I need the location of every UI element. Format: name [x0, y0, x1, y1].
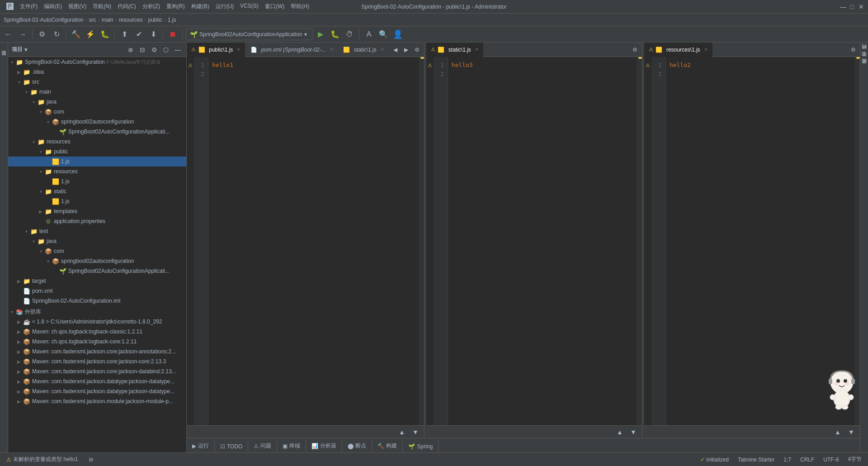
close-button[interactable]: ✕ — [858, 4, 864, 10]
user-button[interactable]: 👤 — [392, 28, 404, 41]
tab-close-button[interactable]: ✕ — [380, 47, 384, 52]
build-button[interactable]: 🔨 — [70, 28, 82, 41]
tree-item-springpkg[interactable]: ▾ 📦 springboot02autoconfiguration — [8, 117, 186, 127]
pane3-code-area[interactable]: ⚠ 1 2 hello2 — [644, 57, 860, 425]
tree-item-res1js[interactable]: ▶ 🟨 1.js — [8, 176, 186, 186]
scroll-up-button[interactable]: ▲ — [833, 427, 843, 437]
menu-edit[interactable]: 编辑(E) — [41, 2, 65, 12]
build2-button[interactable]: ⚡ — [84, 28, 97, 41]
pane3-tab-res1js[interactable]: ⚠ 🟨 resources\1.js ✕ — [644, 43, 712, 57]
tree-item-testclass[interactable]: ▶ 🌱 SpringBoot02AutoConfigurationApplica… — [8, 266, 186, 276]
pane1-scrollbar[interactable] — [419, 57, 424, 425]
status-extra-info[interactable]: 4字节 — [845, 455, 864, 464]
pane-scroll-right[interactable]: ▶ — [401, 45, 411, 55]
tab-close-button[interactable]: ✕ — [704, 47, 708, 52]
status-encoding[interactable]: UTF-8 — [821, 456, 841, 464]
tree-item-iml[interactable]: ▶ 📄 SpringBoot-02-AutoConfiguration.iml — [8, 296, 186, 306]
menu-analyze[interactable]: 分析(Z) — [140, 2, 163, 12]
tree-item-logback1[interactable]: ▶ 📦 Maven: ch.qos.logback:logback-classi… — [8, 327, 186, 337]
tree-item-jackson5[interactable]: ▶ 📦 Maven: com.fasterxml.jackson.datatyp… — [8, 386, 186, 396]
tree-item-test[interactable]: ▾ 📁 test — [8, 226, 186, 236]
pane1-tab-static1js[interactable]: 🟨 static\1.js ✕ — [338, 43, 389, 57]
scroll-down-button[interactable]: ▼ — [628, 427, 638, 437]
pane-settings-icon[interactable]: ⚙ — [412, 45, 422, 55]
tree-item-logback2[interactable]: ▶ 📦 Maven: ch.qos.logback:logback-core:1… — [8, 337, 186, 347]
pane1-tab-pomxml[interactable]: 📄 pom.xml (SpringBoot-02-... ✕ — [245, 43, 338, 57]
panel-minimize-button[interactable]: — — [173, 45, 183, 55]
tree-item-target[interactable]: ▶ 📁 target — [8, 276, 186, 286]
menu-view[interactable]: 视图(V) — [66, 2, 89, 12]
panel-expand-button[interactable]: ⬡ — [161, 45, 171, 55]
menu-run[interactable]: 运行(U) — [213, 2, 237, 12]
pane3-settings-icon[interactable]: ⚙ — [848, 45, 858, 55]
right-tab-favorites[interactable]: 收藏 — [860, 64, 868, 71]
tree-item-appprops[interactable]: ▶ ⚙ application.properties — [8, 216, 186, 226]
scroll-down-button[interactable]: ▼ — [846, 427, 856, 437]
tree-item-pomxml[interactable]: ▶ 📄 pom.xml — [8, 286, 186, 296]
bottom-tab-profiler[interactable]: 📊 分析器 — [306, 439, 342, 452]
pane2-settings-icon[interactable]: ⚙ — [630, 45, 640, 55]
bottom-tab-spring[interactable]: 🌱 Spring — [403, 441, 439, 452]
menu-code[interactable]: 代码(C) — [115, 2, 139, 12]
debug-run-button[interactable]: 🐛 — [329, 28, 341, 41]
pane1-code-area[interactable]: ⚠ 1 2 hello1 — [187, 57, 424, 425]
pane2-code-area[interactable]: ⚠ 1 2 hello3 — [426, 57, 642, 425]
forward-button[interactable]: → — [16, 28, 29, 41]
vcs-update-button[interactable]: ⬆ — [118, 28, 131, 41]
tree-item-idea[interactable]: ▶ 📁 .idea — [8, 67, 186, 77]
menu-help[interactable]: 帮助(H) — [288, 2, 312, 12]
pane3-code-content[interactable]: hello2 — [666, 57, 854, 425]
minimize-button[interactable]: — — [840, 4, 846, 10]
tree-item-static1js[interactable]: ▶ 🟨 1.js — [8, 196, 186, 206]
panel-settings-button[interactable]: ⚙ — [149, 45, 159, 55]
bottom-tab-build[interactable]: 🔨 构建 — [372, 439, 403, 452]
tree-item-jdk[interactable]: ▶ ☕ < 1.8 > C:\Users\Administrator\jdks\… — [8, 317, 186, 327]
tree-item-testspring[interactable]: ▾ 📦 springboot02autoconfiguration — [8, 256, 186, 266]
pane-scroll-left[interactable]: ◀ — [391, 45, 401, 55]
menu-vcs[interactable]: VCS(S) — [237, 2, 261, 12]
tree-item-jackson4[interactable]: ▶ 📦 Maven: com.fasterxml.jackson.datatyp… — [8, 376, 186, 386]
status-line-ending[interactable]: CRLF — [797, 456, 817, 464]
collapse-all-button[interactable]: ⊟ — [137, 45, 147, 55]
tab-close-button[interactable]: ✕ — [330, 47, 334, 52]
search-button[interactable]: 🔍 — [377, 28, 390, 41]
tree-item-testjava[interactable]: ▾ 📁 java — [8, 236, 186, 246]
tree-item-src[interactable]: ▾ 📁 src — [8, 77, 186, 87]
locate-button[interactable]: ⊕ — [126, 45, 136, 55]
pane3-scrollbar[interactable] — [854, 57, 860, 425]
run-button[interactable]: ▶ — [314, 28, 327, 41]
tree-item-appclass[interactable]: ▶ 🌱 SpringBoot02AutoConfigurationApplica… — [8, 127, 186, 137]
vcs-push-button[interactable]: ⬇ — [147, 28, 160, 41]
stop-button[interactable]: ⏹ — [166, 28, 179, 41]
right-tab-bookmarks[interactable]: 书签 — [860, 57, 868, 64]
bottom-tab-todo[interactable]: ☑ TODO — [215, 441, 248, 452]
tree-item-root[interactable]: ▾ 📁 SpringBoot-02-AutoConfiguration F:\J… — [8, 57, 186, 67]
breadcrumb-project[interactable]: SpringBoot-02-AutoConfiguration — [4, 17, 84, 23]
profile-button[interactable]: ⏱ — [343, 28, 356, 41]
tree-item-testcom[interactable]: ▾ 📦 com — [8, 246, 186, 256]
tree-item-com[interactable]: ▾ 📦 com — [8, 107, 186, 117]
tree-item-public[interactable]: ▾ 📁 public — [8, 147, 186, 157]
pane2-scrollbar[interactable] — [637, 57, 642, 425]
scroll-down-button[interactable]: ▼ — [410, 427, 420, 437]
status-position[interactable]: 1:7 — [781, 456, 794, 464]
tree-item-jackson2[interactable]: ▶ 📦 Maven: com.fasterxml.jackson.core:ja… — [8, 357, 186, 366]
left-tab-project[interactable]: 项目 — [0, 44, 8, 50]
panel-dropdown-icon[interactable]: ▾ — [24, 47, 27, 53]
pane1-code-content[interactable]: hello1 — [208, 57, 419, 425]
tree-item-res2[interactable]: ▾ 📁 resources — [8, 166, 186, 176]
pane2-tab-static1js[interactable]: ⚠ 🟨 static\1.js ✕ — [426, 43, 483, 57]
menu-file[interactable]: 文件(F) — [17, 2, 40, 12]
bottom-tab-run[interactable]: ▶ 运行 — [187, 439, 215, 452]
tree-item-jackson3[interactable]: ▶ 📦 Maven: com.fasterxml.jackson.core:ja… — [8, 366, 186, 376]
status-bottom-label[interactable]: Ie — [86, 456, 96, 464]
breadcrumb-src[interactable]: src — [89, 17, 96, 23]
menu-navigate[interactable]: 导航(N) — [90, 2, 114, 12]
tree-item-external[interactable]: ▾ 📚 外部库 — [8, 307, 186, 317]
tree-item-resources[interactable]: ▾ 📁 resources — [8, 137, 186, 147]
debug-button[interactable]: 🐛 — [99, 28, 111, 41]
breadcrumb-file[interactable]: 1.js — [168, 17, 176, 23]
menu-refactor[interactable]: 重构(R) — [164, 2, 188, 12]
tree-item-static[interactable]: ▾ 📁 static — [8, 186, 186, 196]
breadcrumb-public[interactable]: public — [148, 17, 162, 23]
